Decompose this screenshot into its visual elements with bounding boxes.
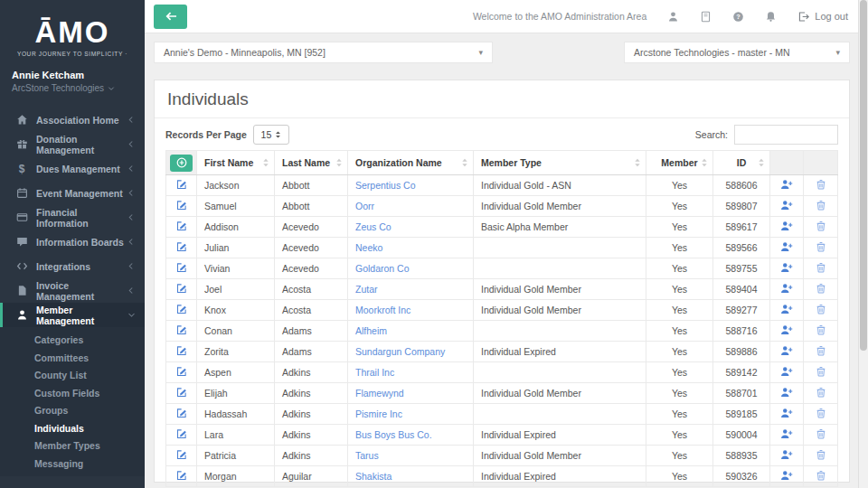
- sidebar-item-event-management[interactable]: Event Management: [0, 181, 145, 205]
- delete-record-button[interactable]: [804, 217, 838, 238]
- delete-record-button[interactable]: [804, 196, 838, 217]
- sidebar-item-donation-management[interactable]: Donation Management: [0, 132, 145, 156]
- association-select[interactable]: Annie's Demo - Minneapolis, MN [952] ▾: [154, 42, 493, 63]
- header-last-name[interactable]: Last Name: [275, 151, 348, 175]
- organization-link[interactable]: Serpentius Co: [348, 175, 474, 196]
- delete-record-button[interactable]: [804, 238, 838, 258]
- organization-link[interactable]: Neeko: [348, 238, 474, 258]
- assign-user-button[interactable]: [770, 342, 804, 362]
- bell-icon[interactable]: [765, 11, 777, 23]
- assign-user-button[interactable]: [770, 425, 804, 446]
- organization-link[interactable]: Goldaron Co: [348, 258, 474, 279]
- assign-user-button[interactable]: [770, 404, 804, 425]
- sidebar-item-member-management[interactable]: Member Management: [0, 303, 145, 327]
- edit-record-button[interactable]: [166, 404, 197, 425]
- sidebar-subitem-groups[interactable]: Groups: [0, 402, 145, 420]
- records-per-page-select[interactable]: 15: [253, 125, 289, 145]
- edit-record-button[interactable]: [166, 321, 197, 342]
- assign-user-button[interactable]: [770, 196, 804, 217]
- assign-user-button[interactable]: [770, 279, 804, 300]
- delete-record-button[interactable]: [804, 175, 838, 196]
- header-organization-name[interactable]: Organization Name: [348, 151, 474, 175]
- delete-record-button[interactable]: [804, 383, 838, 404]
- edit-record-button[interactable]: [166, 217, 197, 238]
- organization-link[interactable]: Shakista: [348, 466, 474, 487]
- organization-link[interactable]: Moorkroft Inc: [348, 300, 474, 321]
- edit-record-button[interactable]: [166, 300, 197, 321]
- delete-record-button[interactable]: [804, 279, 838, 300]
- delete-record-button[interactable]: [804, 342, 838, 362]
- edit-record-button[interactable]: [166, 342, 197, 362]
- header-first-name[interactable]: First Name: [197, 151, 275, 175]
- organization-select[interactable]: Arcstone Technologies - master - MN ▾: [624, 42, 850, 63]
- edit-record-button[interactable]: [166, 383, 197, 404]
- organization-link[interactable]: Oorr: [348, 196, 474, 217]
- organization-link[interactable]: Flamewynd: [348, 383, 474, 404]
- header-member[interactable]: Member: [646, 151, 713, 175]
- sidebar-item-financial-information[interactable]: Financial Information: [0, 205, 145, 230]
- organization-link[interactable]: Zutar: [348, 279, 474, 300]
- assign-user-button[interactable]: [770, 466, 804, 487]
- delete-record-button[interactable]: [804, 362, 838, 383]
- edit-record-button[interactable]: [166, 362, 197, 383]
- assign-user-button[interactable]: [770, 383, 804, 404]
- organization-link[interactable]: Bus Boys Bus Co.: [348, 425, 474, 446]
- sidebar-subitem-custom-fields[interactable]: Custom Fields: [0, 385, 145, 403]
- edit-record-button[interactable]: [166, 175, 197, 196]
- assign-user-button[interactable]: [770, 258, 804, 279]
- organization-link[interactable]: Tarus: [348, 446, 474, 466]
- logout-button[interactable]: Log out: [797, 11, 848, 23]
- organization-link[interactable]: Sundargun Company: [348, 342, 474, 362]
- sidebar-subitem-individuals[interactable]: Individuals: [0, 420, 145, 438]
- organization-link[interactable]: Zeus Co: [348, 217, 474, 238]
- assign-user-button[interactable]: [770, 300, 804, 321]
- sidebar-item-invoice-management[interactable]: Invoice Management: [0, 278, 145, 303]
- page-scrollbar[interactable]: [858, 0, 868, 488]
- sidebar-subitem-messaging[interactable]: Messaging: [0, 455, 145, 474]
- search-input[interactable]: [734, 125, 838, 145]
- assign-user-button[interactable]: [770, 362, 804, 383]
- sidebar-subitem-committees[interactable]: Committees: [0, 350, 145, 368]
- sidebar-item-dues-management[interactable]: $ Dues Management: [0, 156, 145, 181]
- user-org-dropdown[interactable]: ArcStone Technologies: [12, 83, 145, 93]
- person-icon[interactable]: [667, 11, 679, 23]
- scrollbar-thumb[interactable]: [860, 0, 867, 351]
- delete-record-button[interactable]: [804, 321, 838, 342]
- delete-record-button[interactable]: [804, 466, 838, 487]
- delete-record-button[interactable]: [804, 446, 838, 466]
- table-header-row: First Name Last Name Organization Name M…: [166, 151, 838, 175]
- assign-user-button[interactable]: [770, 217, 804, 238]
- edit-record-button[interactable]: [166, 196, 197, 217]
- add-record-button[interactable]: [170, 155, 193, 172]
- member-cell: Yes: [646, 321, 713, 342]
- help-icon[interactable]: ?: [732, 11, 744, 23]
- edit-record-button[interactable]: [166, 279, 197, 300]
- assign-user-button[interactable]: [770, 238, 804, 258]
- sidebar-subitem-categories[interactable]: Categories: [0, 332, 145, 350]
- edit-record-button[interactable]: [166, 258, 197, 279]
- assign-user-button[interactable]: [770, 175, 804, 196]
- assign-user-button[interactable]: [770, 446, 804, 466]
- edit-record-button[interactable]: [166, 466, 197, 487]
- edit-record-button[interactable]: [166, 238, 197, 258]
- delete-record-button[interactable]: [804, 404, 838, 425]
- individuals-panel: Individuals Records Per Page 15 Search:: [154, 80, 850, 483]
- sidebar-item-integrations[interactable]: Integrations: [0, 254, 145, 278]
- header-id[interactable]: ID: [713, 151, 770, 175]
- back-button[interactable]: [154, 5, 187, 29]
- header-member-type[interactable]: Member Type: [474, 151, 646, 175]
- book-icon[interactable]: [700, 11, 712, 23]
- organization-link[interactable]: Alfheim: [348, 321, 474, 342]
- sidebar-item-information-boards[interactable]: Information Boards: [0, 230, 145, 254]
- sidebar-item-association-home[interactable]: Association Home: [0, 108, 145, 132]
- organization-link[interactable]: Thrail Inc: [348, 362, 474, 383]
- edit-record-button[interactable]: [166, 425, 197, 446]
- sidebar-subitem-member-types[interactable]: Member Types: [0, 437, 145, 455]
- delete-record-button[interactable]: [804, 425, 838, 446]
- edit-record-button[interactable]: [166, 446, 197, 466]
- delete-record-button[interactable]: [804, 300, 838, 321]
- sidebar-subitem-county-list[interactable]: County List: [0, 367, 145, 385]
- assign-user-button[interactable]: [770, 321, 804, 342]
- organization-link[interactable]: Pismire Inc: [348, 404, 474, 425]
- delete-record-button[interactable]: [804, 258, 838, 279]
